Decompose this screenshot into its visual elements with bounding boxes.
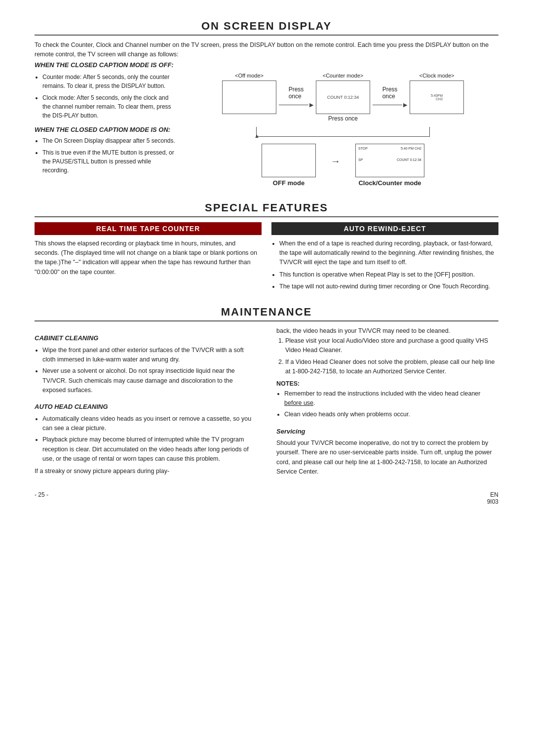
return-arrow: ▲ xyxy=(254,123,432,137)
osd-left-panel: Counter mode: After 5 seconds, only the … xyxy=(35,73,178,178)
auto-head-extra: If a streaky or snowy picture appears du… xyxy=(35,467,257,476)
special-columns: REAL TIME TAPE COUNTER This shows the el… xyxy=(35,222,498,294)
lower-clock-label: Clock/Counter mode xyxy=(358,179,421,187)
notes-list: Remember to read the instructions includ… xyxy=(284,389,498,420)
diag-labels-row: <Off mode> <Counter mode> <Clock mode> xyxy=(222,73,464,79)
lower-mode-section: OFF mode → STOP 5:40 PM CH2 SP COUNT 0:1… xyxy=(262,144,424,187)
maint-right-col: back, the video heads in your TV/VCR may… xyxy=(276,326,498,477)
auto-rewind-list: When the end of a tape is reached during… xyxy=(279,239,498,292)
osd-section: ON SCREEN DISPLAY To check the Counter, … xyxy=(35,20,498,187)
auto-rewind-item-3: The tape will not auto-rewind during tim… xyxy=(279,282,498,291)
osd-diagram: <Off mode> <Counter mode> <Clock mode> P… xyxy=(188,73,498,187)
clock-box-bottom: SP COUNT 0:12:34 xyxy=(358,158,421,161)
auto-head-item-1: Automatically cleans video heads as you … xyxy=(42,414,257,434)
press-once-1: Pressonce xyxy=(289,86,304,100)
maint-step-2: If a Video Head Cleaner does not solve t… xyxy=(285,358,498,377)
clock-box-top: STOP 5:40 PM CH2 xyxy=(358,147,421,150)
footer-lang: EN xyxy=(487,491,498,498)
footer-right: EN 9I03 xyxy=(487,491,498,505)
lower-off-box xyxy=(262,144,316,177)
special-col-1: REAL TIME TAPE COUNTER This shows the el… xyxy=(35,222,262,294)
clock-mode-box: 5:40PMCH2 xyxy=(410,80,464,114)
underline-before-use: before use xyxy=(284,399,313,406)
lower-clock-box: STOP 5:40 PM CH2 SP COUNT 0:12:34 xyxy=(355,144,424,177)
lower-clock-counter: STOP 5:40 PM CH2 SP COUNT 0:12:34 Clock/… xyxy=(355,144,424,187)
clock-screen: 5:40PMCH2 xyxy=(429,92,445,103)
clock-count: COUNT 0:12:34 xyxy=(397,158,421,161)
auto-rewind-item-2: This function is operative when Repeat P… xyxy=(279,270,498,279)
osd-content: Counter mode: After 5 seconds, only the … xyxy=(35,73,498,187)
special-title: SPECIAL FEATURES xyxy=(35,201,498,217)
real-time-counter-header: REAL TIME TAPE COUNTER xyxy=(35,222,262,235)
press-once-bottom-group: Press once ▲ xyxy=(254,115,432,137)
diag-boxes-row: Pressonce ▶ COUNT 0:12:34 xyxy=(222,80,464,114)
mode-arrow-icon: → xyxy=(331,144,341,167)
return-arrow-head: ▲ xyxy=(254,133,260,139)
cabinet-cleaning-list: Wipe the front panel and other exterior … xyxy=(42,346,257,396)
maint-step-1: Please visit your local Audio/Video stor… xyxy=(285,336,498,356)
maintenance-columns: CABINET CLEANING Wipe the front panel an… xyxy=(35,326,498,477)
maint-steps-list: Please visit your local Audio/Video stor… xyxy=(285,336,498,377)
clock-time-disp: 5:40 PM CH2 xyxy=(401,147,421,150)
counter-mode-label: <Counter mode> xyxy=(316,73,370,79)
footer-code: 9I03 xyxy=(487,498,498,505)
auto-head-item-2: Playback picture may become blurred of i… xyxy=(42,435,257,464)
osd-caption-off-item-2: Clock mode: After 5 seconds, only the cl… xyxy=(42,93,178,120)
osd-caption-on-item-1: The On Screen Display disappear after 5 … xyxy=(42,136,178,145)
page-number: - 25 - xyxy=(35,491,48,505)
right-cabinet-extra: back, the video heads in your TV/VCR may… xyxy=(276,326,498,336)
arrow-group-1: Pressonce ▶ xyxy=(276,86,316,109)
counter-text: COUNT 0:12:34 xyxy=(327,95,359,100)
counter-mode-box: COUNT 0:12:34 xyxy=(316,80,370,114)
press-once-bottom-label: Press once xyxy=(328,115,358,122)
cabinet-item-1: Wipe the front panel and other exterior … xyxy=(42,346,257,365)
clock-stop: STOP xyxy=(358,147,368,150)
servicing-title: Servicing xyxy=(276,427,498,437)
arrow-2-head: ▶ xyxy=(403,102,407,108)
counter-mode-screen: COUNT 0:12:34 xyxy=(327,95,359,100)
cabinet-cleaning-title: CABINET CLEANING xyxy=(35,333,257,343)
page-container: ON SCREEN DISPLAY To check the Counter, … xyxy=(35,20,498,505)
auto-head-list: Automatically cleans video heads as you … xyxy=(42,414,257,464)
lower-off-label: OFF mode xyxy=(273,179,305,187)
clock-mode-label: <Clock mode> xyxy=(410,73,464,79)
notes-label: NOTES: xyxy=(276,379,498,389)
lower-off-mode: OFF mode xyxy=(262,144,316,187)
auto-head-title: AUTO HEAD CLEANING xyxy=(35,402,257,412)
special-section: SPECIAL FEATURES REAL TIME TAPE COUNTER … xyxy=(35,201,498,294)
off-mode-label: <Off mode> xyxy=(222,73,276,79)
osd-caption-on-item-2: This is true even if the MUTE button is … xyxy=(42,148,178,175)
osd-caption-on-list: The On Screen Display disappear after 5 … xyxy=(42,136,178,175)
auto-rewind-item-1: When the end of a tape is reached during… xyxy=(279,239,498,268)
osd-caption-off-list: Counter mode: After 5 seconds, only the … xyxy=(42,73,178,120)
auto-rewind-header: AUTO REWIND-EJECT xyxy=(271,222,498,235)
arrow-group-2: Pressonce ▶ xyxy=(370,86,410,109)
special-col-2: AUTO REWIND-EJECT When the end of a tape… xyxy=(271,222,498,294)
press-once-2: Pressonce xyxy=(382,86,398,100)
servicing-body: Should your TV/VCR become inoperative, d… xyxy=(276,438,498,477)
off-mode-box xyxy=(222,80,276,114)
cabinet-item-2: Never use a solvent or alcohol. Do not s… xyxy=(42,366,257,395)
maintenance-title: MAINTENANCE xyxy=(35,306,498,321)
return-arrow-line xyxy=(256,127,430,137)
osd-caption-off-item-1: Counter mode: After 5 seconds, only the … xyxy=(42,73,178,90)
arrow-1: ▶ xyxy=(279,101,313,109)
maintenance-section: MAINTENANCE CABINET CLEANING Wipe the fr… xyxy=(35,306,498,477)
clock-time: 5:40PMCH2 xyxy=(431,94,443,101)
arrow-1-head: ▶ xyxy=(309,102,313,108)
osd-caption-on-title: WHEN THE CLOSED CAPTION MODE IS ON: xyxy=(35,125,178,135)
osd-caption-off-title: WHEN THE CLOSED CAPTION MODE IS OFF: xyxy=(35,61,498,69)
arrow-2: ▶ xyxy=(373,101,407,109)
notes-item-1: Remember to read the instructions includ… xyxy=(284,389,498,408)
notes-item-2: Clean video heads only when problems occ… xyxy=(284,410,498,419)
maint-left-col: CABINET CLEANING Wipe the front panel an… xyxy=(35,326,257,477)
osd-title: ON SCREEN DISPLAY xyxy=(35,20,498,36)
real-time-counter-body: This shows the elapsed recording or play… xyxy=(35,239,262,278)
osd-intro: To check the Counter, Clock and Channel … xyxy=(35,40,498,59)
clock-sp: SP xyxy=(358,158,363,161)
page-footer: - 25 - EN 9I03 xyxy=(35,491,498,505)
